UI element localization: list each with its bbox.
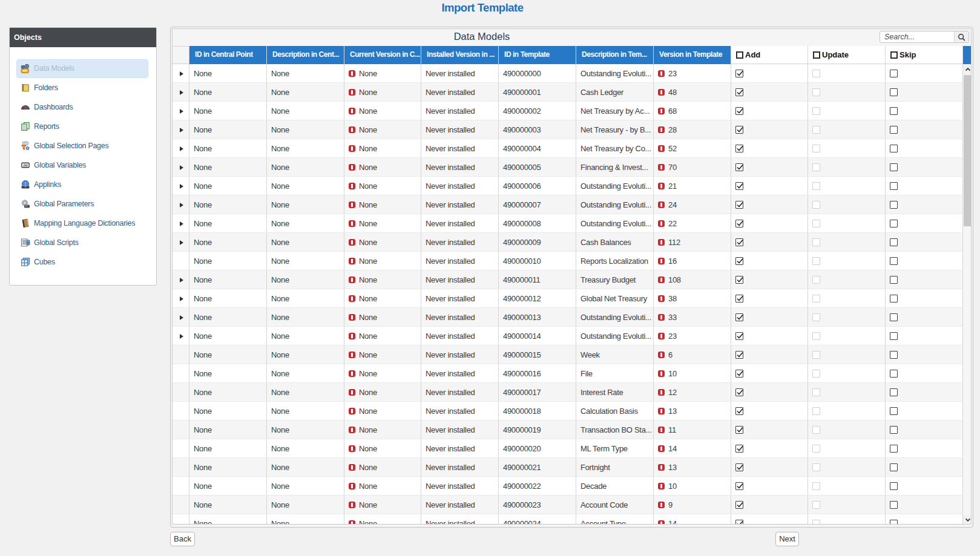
svg-text:(x): (x): [24, 163, 28, 168]
